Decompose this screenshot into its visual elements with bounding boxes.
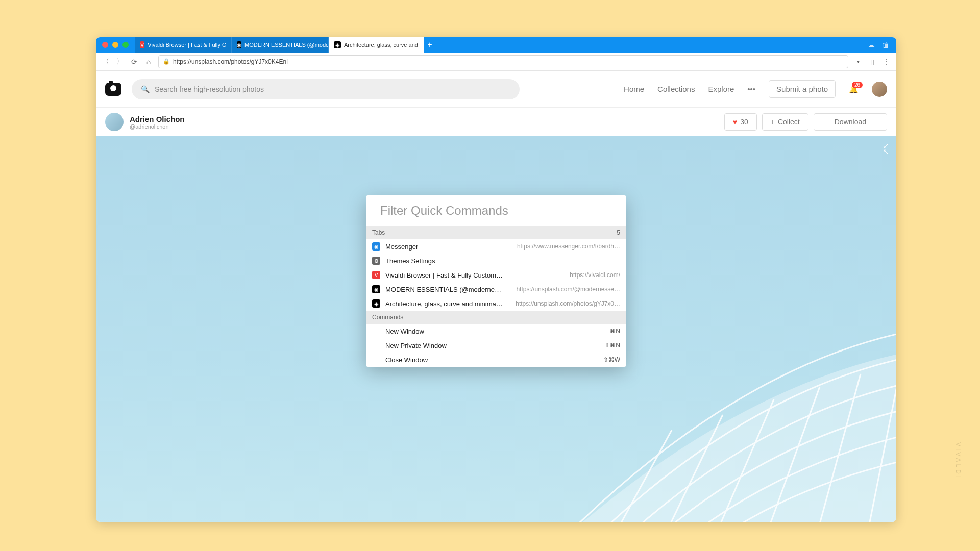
search-icon: 🔍: [141, 85, 150, 93]
logo-icon[interactable]: [105, 83, 121, 96]
expand-icon[interactable]: ⤢⤡: [883, 143, 889, 155]
search-placeholder: Search free high-resolution photos: [155, 85, 264, 93]
nav-collections[interactable]: Collections: [657, 85, 695, 93]
qc-item[interactable]: ◉Architecture, glass, curve and minimal …: [366, 296, 626, 311]
browser-tab[interactable]: VVivaldi Browser | Fast & Fully C: [135, 37, 232, 53]
close-window-icon[interactable]: [102, 42, 108, 48]
qc-command[interactable]: New Private Window⇧⌘N: [366, 338, 626, 353]
download-button[interactable]: Download: [814, 113, 887, 131]
browser-tab[interactable]: ◉MODERN ESSENTIALS (@mode: [232, 37, 329, 53]
menu-icon[interactable]: ⋮: [882, 58, 891, 66]
heart-icon: ♥: [733, 118, 737, 126]
quick-commands-panel: Filter Quick Commands Tabs 5 ◉Messengerh…: [366, 195, 626, 367]
reader-icon[interactable]: ▯: [868, 58, 877, 66]
notifications-icon[interactable]: 🔔26: [849, 85, 859, 94]
qc-tabs-header: Tabs 5: [366, 226, 626, 239]
reload-icon[interactable]: ⟳: [130, 58, 139, 66]
nav-home[interactable]: Home: [624, 85, 644, 93]
site-header: 🔍 Search free high-resolution photos Hom…: [96, 71, 896, 108]
author-avatar[interactable]: [105, 113, 124, 131]
qc-commands-header: Commands: [366, 311, 626, 324]
window-controls: [96, 37, 135, 53]
quick-commands-input[interactable]: Filter Quick Commands: [366, 195, 626, 226]
maximize-window-icon[interactable]: [122, 42, 129, 48]
tab-bar: VVivaldi Browser | Fast & Fully C◉MODERN…: [96, 37, 896, 53]
minimize-window-icon[interactable]: [112, 42, 118, 48]
like-button[interactable]: ♥30: [724, 113, 757, 131]
address-bar: 〈 〉 ⟳ ⌂ 🔒 https://unsplash.com/photos/gY…: [96, 53, 896, 71]
submit-photo-button[interactable]: Submit a photo: [769, 80, 836, 98]
new-tab-button[interactable]: +: [424, 37, 436, 53]
forward-icon[interactable]: 〉: [115, 57, 125, 66]
url-field[interactable]: 🔒 https://unsplash.com/photos/gYJ7x0K4En…: [158, 55, 848, 68]
qc-command[interactable]: Close Window⇧⌘W: [366, 353, 626, 367]
avatar[interactable]: [872, 82, 887, 97]
more-icon[interactable]: •••: [747, 85, 755, 93]
search-input[interactable]: 🔍 Search free high-resolution photos: [132, 79, 520, 99]
home-icon[interactable]: ⌂: [144, 58, 153, 66]
url-text: https://unsplash.com/photos/gYJ7x0K4Enl: [173, 58, 288, 65]
back-icon[interactable]: 〈: [101, 57, 110, 66]
author-bar: Adrien Olichon @adrienolichon ♥30 +Colle…: [96, 108, 896, 136]
collect-button[interactable]: +Collect: [762, 113, 808, 131]
lock-icon: 🔒: [163, 58, 170, 65]
qc-item[interactable]: ◉MODERN ESSENTIALS (@modernessenti…https…: [366, 282, 626, 296]
qc-command[interactable]: New Window⌘N: [366, 324, 626, 338]
author-handle[interactable]: @adrienolichon: [130, 123, 185, 130]
nav-explore[interactable]: Explore: [708, 85, 734, 93]
author-name[interactable]: Adrien Olichon: [130, 115, 185, 123]
trash-icon[interactable]: 🗑: [882, 41, 889, 49]
dropdown-icon[interactable]: ▾: [853, 59, 863, 64]
qc-item[interactable]: VVivaldi Browser | Fast & Fully Customiz…: [366, 268, 626, 282]
browser-tab[interactable]: ◉Architecture, glass, curve and: [329, 37, 424, 53]
sync-icon[interactable]: ☁: [868, 41, 875, 49]
plus-icon: +: [771, 118, 775, 126]
nav-links: Home Collections Explore ••• Submit a ph…: [624, 80, 887, 98]
qc-item[interactable]: ⚙Themes Settings: [366, 254, 626, 268]
notif-badge: 26: [852, 82, 863, 88]
browser-window: VVivaldi Browser | Fast & Fully C◉MODERN…: [96, 37, 896, 522]
qc-item[interactable]: ◉Messengerhttps://www.messenger.com/t/ba…: [366, 239, 626, 254]
vivaldi-watermark: VIVALDI: [954, 442, 962, 480]
